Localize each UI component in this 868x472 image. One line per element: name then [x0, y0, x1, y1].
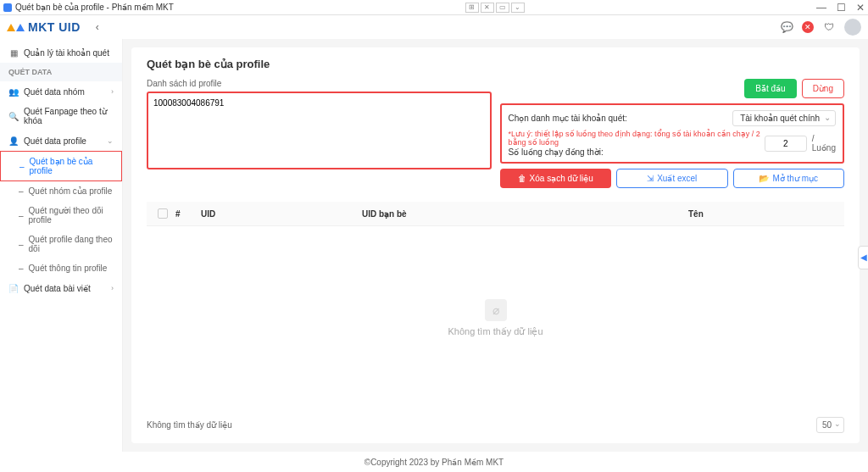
logo-triangle-1	[7, 24, 15, 31]
search-icon: 🔍	[8, 111, 19, 121]
win-state-2[interactable]: ✕	[481, 3, 494, 13]
trash-icon: 🗑	[518, 174, 526, 183]
sidebar-item-bai-viet[interactable]: 📄 Quét data bài viết ›	[0, 278, 122, 298]
sidebar-item-dang-theo-doi[interactable]: – Quét profile đang theo dõi	[0, 230, 122, 258]
page-title: Quét bạn bè của profile	[147, 58, 844, 70]
chevron-right-icon: ›	[111, 87, 114, 96]
sidebar-label: Quét người theo dõi profile	[29, 206, 114, 225]
window-titlebar: Quét bạn bè của profile - Phần mềm MKT ⊞…	[0, 0, 868, 15]
stop-button[interactable]: Dừng	[802, 79, 844, 98]
chevron-right-icon: ›	[111, 284, 114, 292]
copyright-text: ©Copyright 2023 by Phần Mềm MKT	[364, 458, 504, 467]
account-select[interactable]: Tài khoản quét chính	[732, 110, 836, 126]
dash-icon: –	[19, 211, 24, 220]
window-maximize-button[interactable]: ☐	[837, 2, 846, 14]
sidebar-item-data-profile[interactable]: 👤 Quét data profile ⌄	[0, 130, 122, 151]
col-seq: #	[175, 209, 201, 219]
sidebar-collapse-button[interactable]: ‹	[96, 21, 99, 33]
sidebar-section-header: QUÉT DATA	[0, 63, 122, 81]
empty-state: ⌀ Không tìm thấy dữ liệu	[147, 226, 844, 410]
message-icon[interactable]: 💬	[780, 20, 793, 34]
win-state-4[interactable]: ⌄	[511, 3, 525, 13]
sidebar-item-ban-be[interactable]: – Quét bạn bè của profile	[0, 151, 122, 181]
empty-icon: ⌀	[485, 299, 507, 321]
side-tab-handle[interactable]: ◀	[858, 246, 868, 269]
window-close-button[interactable]: ✕	[856, 2, 865, 14]
logo-triangle-2	[16, 24, 25, 31]
sidebar-item-manage-accounts[interactable]: ▦ Quản lý tài khoản quét	[0, 42, 122, 63]
threads-suffix: / Luồng	[812, 134, 836, 153]
sidebar-label: Quét data nhóm	[24, 87, 85, 97]
sidebar-label: Quét Fanpage theo từ khóa	[24, 107, 114, 125]
sidebar-item-thong-tin[interactable]: – Quét thông tin profile	[0, 258, 122, 278]
folder-icon: 📂	[759, 174, 769, 183]
sidebar-label: Quét data bài viết	[24, 284, 91, 293]
sidebar-label: Quản lý tài khoản quét	[24, 48, 109, 58]
logo-text: MKT UID	[28, 20, 81, 34]
threads-label: Số luồng chạy đồng thời:	[509, 147, 765, 157]
dash-icon: –	[19, 186, 24, 196]
id-list-label: Danh sách id profile	[147, 79, 492, 88]
close-red-icon[interactable]: ✕	[802, 21, 814, 33]
sidebar-item-nguoi-theo-doi[interactable]: – Quét người theo dõi profile	[0, 201, 122, 230]
sidebar-label: Quét profile đang theo dõi	[29, 235, 114, 253]
export-excel-button[interactable]: ⇲ Xuất excel	[616, 169, 728, 188]
col-uid-friend: UID bạn bè	[362, 209, 688, 219]
app-logo: MKT UID	[7, 20, 81, 34]
footer-no-data: Không tìm thấy dữ liệu	[147, 420, 232, 430]
document-icon: 📄	[8, 283, 19, 293]
folder-label: Mở thư mục	[772, 174, 818, 183]
select-all-checkbox[interactable]	[158, 208, 168, 219]
sidebar-item-fanpage[interactable]: 🔍 Quét Fanpage theo từ khóa	[0, 102, 122, 130]
clear-label: Xóa sạch dữ liệu	[530, 174, 593, 183]
open-folder-button[interactable]: 📂 Mở thư mục	[733, 169, 845, 188]
main-content: Quét bạn bè của profile Danh sách id pro…	[123, 39, 868, 452]
window-title: Quét bạn bè của profile - Phần mềm MKT	[15, 3, 174, 12]
warning-text: *Lưu ý: thiết lập số luồng theo định dạn…	[509, 130, 765, 147]
footer: ©Copyright 2023 by Phần Mềm MKT	[0, 452, 868, 472]
select-account-label: Chọn danh mục tài khoản quét:	[509, 114, 627, 123]
dash-icon: –	[19, 162, 25, 171]
start-button[interactable]: Bắt đầu	[744, 79, 796, 98]
topbar: MKT UID ‹ 💬 ✕ 🛡	[0, 15, 868, 39]
dash-icon: –	[19, 264, 24, 273]
export-icon: ⇲	[647, 174, 654, 183]
app-icon	[3, 3, 12, 12]
dash-icon: –	[19, 240, 24, 249]
users-icon: 👥	[8, 86, 19, 97]
config-box: Chọn danh mục tài khoản quét: Tài khoản …	[500, 103, 845, 164]
id-list-textarea[interactable]	[147, 92, 492, 169]
col-name: Tên	[688, 209, 841, 219]
sidebar-item-nhom-profile[interactable]: – Quét nhóm của profile	[0, 181, 122, 201]
threads-input[interactable]	[765, 136, 807, 152]
sidebar: ▦ Quản lý tài khoản quét QUÉT DATA 👥 Qué…	[0, 39, 123, 452]
col-uid: UID	[201, 209, 362, 219]
clear-data-button[interactable]: 🗑 Xóa sạch dữ liệu	[500, 169, 612, 188]
empty-text: Không tìm thấy dữ liệu	[448, 326, 542, 337]
export-label: Xuất excel	[657, 174, 697, 183]
sidebar-label: Quét thông tin profile	[29, 264, 108, 273]
chevron-down-icon: ⌄	[107, 136, 114, 145]
window-minimize-button[interactable]: —	[816, 2, 826, 14]
win-state-3[interactable]: ▭	[496, 3, 509, 13]
window-state-icons: ⊞ ✕ ▭ ⌄	[465, 3, 525, 13]
user-icon: 👤	[8, 136, 19, 146]
shield-icon[interactable]: 🛡	[822, 20, 836, 34]
page-size-select[interactable]: 50	[816, 417, 844, 433]
sidebar-item-data-nhom[interactable]: 👥 Quét data nhóm ›	[0, 81, 122, 102]
avatar[interactable]	[844, 19, 861, 36]
sidebar-label: Quét nhóm của profile	[29, 186, 113, 196]
data-table: # UID UID bạn bè Tên ⌀ Không tìm thấy dữ…	[147, 202, 844, 433]
sidebar-label: Quét data profile	[24, 136, 86, 146]
win-state-1[interactable]: ⊞	[465, 3, 479, 13]
sidebar-label: Quét bạn bè của profile	[30, 157, 113, 175]
grid-icon: ▦	[8, 47, 19, 58]
